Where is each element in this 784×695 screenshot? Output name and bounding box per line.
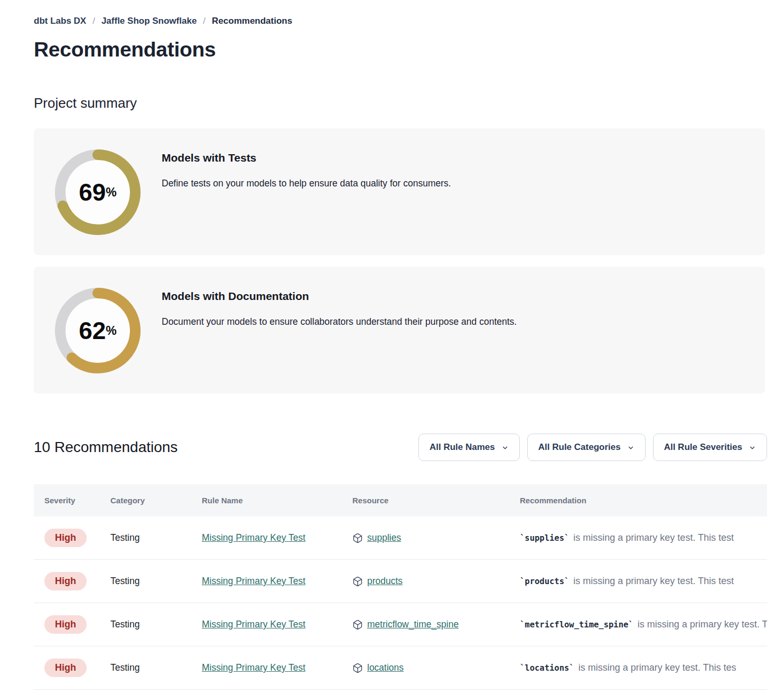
- recommendation-cell: `supplies` is missing a primary key test…: [509, 532, 767, 543]
- rule-name-link[interactable]: Missing Primary Key Test: [202, 662, 305, 673]
- percent-sign: %: [106, 325, 116, 337]
- filter-bar: All Rule Names All Rule Categories All R…: [418, 434, 767, 461]
- severity-badge: High: [44, 615, 87, 634]
- column-header-recommendation: Recommendation: [509, 496, 767, 505]
- card-text: Models with Tests Define tests on your m…: [162, 148, 451, 189]
- table-row: High Testing Missing Primary Key Test pr…: [34, 560, 767, 603]
- rule-name-link[interactable]: Missing Primary Key Test: [202, 576, 305, 586]
- resource-code: `metricflow_time_spine`: [520, 620, 633, 630]
- severity-badge: High: [44, 572, 87, 590]
- model-cube-icon: [352, 619, 363, 630]
- chevron-down-icon: [749, 444, 756, 452]
- project-summary-heading: Project summary: [34, 95, 767, 111]
- filter-rule-severities-dropdown[interactable]: All Rule Severities: [653, 434, 767, 461]
- donut-percent-value: 62: [79, 318, 106, 343]
- table-row: High Testing Missing Primary Key Test lo…: [34, 646, 767, 690]
- severity-badge: High: [44, 659, 87, 677]
- model-cube-icon: [352, 663, 363, 673]
- chevron-down-icon: [501, 444, 509, 452]
- table-row: High Testing Missing Primary Key Test su…: [34, 516, 767, 560]
- recommendations-count-heading: 10 Recommendations: [34, 439, 178, 456]
- category-cell: Testing: [100, 619, 191, 630]
- recommendation-cell: `products` is missing a primary key test…: [509, 576, 767, 587]
- resource-cell: metricflow_time_spine: [342, 619, 509, 630]
- filter-label: All Rule Severities: [664, 442, 742, 453]
- table-header-row: Severity Category Rule Name Resource Rec…: [34, 484, 767, 516]
- filter-rule-names-dropdown[interactable]: All Rule Names: [418, 434, 520, 461]
- severity-cell: High: [34, 529, 100, 547]
- recommendation-cell: `metricflow_time_spine` is missing a pri…: [509, 619, 767, 630]
- severity-cell: High: [34, 659, 100, 677]
- column-header-category: Category: [100, 496, 191, 505]
- breadcrumb-item-account[interactable]: dbt Labs DX: [34, 16, 86, 26]
- model-cube-icon: [352, 533, 363, 543]
- percent-sign: %: [106, 186, 116, 199]
- column-header-severity: Severity: [34, 496, 100, 505]
- model-cube-icon: [352, 576, 363, 587]
- resource-link[interactable]: products: [367, 576, 403, 587]
- donut-chart-tests: 69 %: [54, 148, 142, 236]
- filter-rule-categories-dropdown[interactable]: All Rule Categories: [527, 434, 646, 461]
- breadcrumb-separator: /: [203, 16, 206, 26]
- severity-cell: High: [34, 572, 100, 590]
- card-description: Define tests on your models to help ensu…: [162, 178, 451, 189]
- table-row: High Testing Missing Primary Key Test me…: [34, 603, 767, 646]
- recommendation-text: is missing a primary key test. This test: [638, 619, 767, 630]
- chevron-down-icon: [627, 444, 634, 452]
- page-title: Recommendations: [34, 38, 767, 61]
- summary-card-models-with-documentation: 62 % Models with Documentation Document …: [34, 267, 765, 393]
- category-cell: Testing: [100, 576, 191, 587]
- donut-percent-value: 69: [79, 180, 106, 204]
- breadcrumb-item-project[interactable]: Jaffle Shop Snowflake: [101, 16, 197, 26]
- summary-card-models-with-tests: 69 % Models with Tests Define tests on y…: [34, 128, 765, 255]
- recommendations-table: Severity Category Rule Name Resource Rec…: [34, 484, 767, 690]
- card-title: Models with Documentation: [162, 290, 517, 303]
- recommendation-text: is missing a primary key test. This test: [573, 576, 734, 587]
- resource-cell: locations: [342, 662, 509, 673]
- column-header-rule-name: Rule Name: [191, 496, 342, 505]
- card-description: Document your models to ensure collabora…: [162, 316, 517, 327]
- recommendations-page: dbt Labs DX / Jaffle Shop Snowflake / Re…: [0, 0, 784, 690]
- rule-name-link[interactable]: Missing Primary Key Test: [202, 532, 305, 543]
- rule-name-link[interactable]: Missing Primary Key Test: [202, 619, 305, 630]
- donut-percent-label: 62 %: [54, 287, 142, 374]
- donut-chart-documentation: 62 %: [54, 287, 142, 374]
- resource-link[interactable]: metricflow_time_spine: [367, 619, 459, 630]
- filter-label: All Rule Names: [430, 442, 495, 453]
- resource-code: `supplies`: [520, 533, 569, 543]
- donut-percent-label: 69 %: [54, 148, 142, 236]
- card-title: Models with Tests: [162, 152, 451, 164]
- recommendation-text: is missing a primary key test. This test: [573, 532, 734, 543]
- category-cell: Testing: [100, 662, 191, 673]
- recommendations-list-header: 10 Recommendations All Rule Names All Ru…: [34, 434, 767, 461]
- breadcrumb: dbt Labs DX / Jaffle Shop Snowflake / Re…: [34, 16, 767, 26]
- recommendation-text: is missing a primary key test. This tes: [578, 662, 736, 673]
- resource-link[interactable]: locations: [367, 662, 404, 673]
- breadcrumb-separator: /: [92, 16, 95, 26]
- column-header-resource: Resource: [342, 496, 509, 505]
- filter-label: All Rule Categories: [538, 442, 621, 453]
- severity-cell: High: [34, 615, 100, 634]
- resource-cell: products: [342, 576, 509, 587]
- resource-cell: supplies: [342, 532, 509, 543]
- category-cell: Testing: [100, 532, 191, 543]
- resource-code: `locations`: [520, 663, 574, 673]
- resource-code: `products`: [520, 577, 569, 586]
- breadcrumb-item-current: Recommendations: [212, 16, 292, 26]
- resource-link[interactable]: supplies: [367, 532, 401, 543]
- card-text: Models with Documentation Document your …: [162, 287, 517, 327]
- severity-badge: High: [44, 529, 87, 547]
- recommendation-cell: `locations` is missing a primary key tes…: [509, 662, 767, 673]
